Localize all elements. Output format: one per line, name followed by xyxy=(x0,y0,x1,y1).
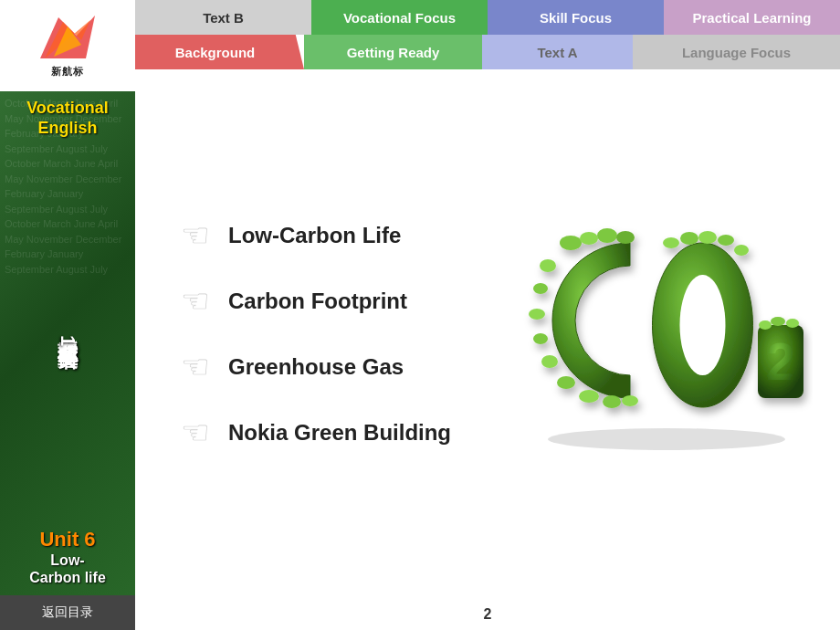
unit-number: Unit 6 xyxy=(29,528,106,551)
svg-point-7 xyxy=(540,259,556,272)
unit-box: Unit 6 Low- Carbon life xyxy=(29,528,106,591)
logo-icon xyxy=(36,13,100,63)
vocational-english-label: Vocational English xyxy=(26,99,109,138)
svg-point-15 xyxy=(622,395,638,406)
svg-point-12 xyxy=(557,376,575,389)
unit-title: Low- Carbon life xyxy=(29,551,106,586)
logo-text-zh: 新航标 xyxy=(51,65,84,79)
svg-point-23 xyxy=(759,320,772,330)
bottom-nav: Background Getting Ready Text A Language… xyxy=(135,35,840,69)
tab-language-focus[interactable]: Language Focus xyxy=(633,35,840,69)
tab-getting-ready[interactable]: Getting Ready xyxy=(304,35,482,69)
svg-point-25 xyxy=(786,319,799,328)
topic-label-3: Greenhouse Gas xyxy=(228,354,404,380)
page-number: 2 xyxy=(135,599,840,630)
finger-icon-2: ☞ xyxy=(181,282,210,320)
svg-point-3 xyxy=(560,236,582,250)
tab-background[interactable]: Background xyxy=(135,35,304,69)
svg-point-13 xyxy=(579,390,599,403)
svg-point-24 xyxy=(771,317,785,326)
svg-point-19 xyxy=(718,235,734,246)
logo-area: 新航标 xyxy=(0,0,135,91)
svg-point-6 xyxy=(616,231,635,244)
topic-label-2: Carbon Footprint xyxy=(228,289,407,314)
sidebar-chinese-text: 新航标职业英语1 xyxy=(55,322,81,348)
svg-point-9 xyxy=(529,309,545,320)
svg-point-17 xyxy=(680,232,698,245)
top-nav: Text B Vocational Focus Skill Focus Prac… xyxy=(135,0,840,35)
svg-point-20 xyxy=(734,245,749,256)
svg-point-26 xyxy=(548,428,785,450)
sidebar: October March June April May November De… xyxy=(0,0,135,630)
topic-label-4: Nokia Green Building xyxy=(228,420,451,446)
svg-point-4 xyxy=(580,232,598,245)
tab-vocational-focus[interactable]: Vocational Focus xyxy=(311,0,488,35)
tab-skill-focus[interactable]: Skill Focus xyxy=(488,0,664,35)
content-area: ☞ Low-Carbon Life ☞ Carbon Footprint ☞ G… xyxy=(135,69,840,599)
finger-icon-3: ☞ xyxy=(181,348,210,386)
svg-point-10 xyxy=(533,333,548,344)
tab-text-a[interactable]: Text A xyxy=(482,35,633,69)
svg-point-11 xyxy=(541,355,558,368)
svg-point-5 xyxy=(597,228,617,243)
svg-text:2: 2 xyxy=(766,331,795,391)
svg-point-16 xyxy=(663,237,679,248)
svg-point-8 xyxy=(533,283,548,294)
main-content: Text B Vocational Focus Skill Focus Prac… xyxy=(135,0,840,630)
finger-icon-4: ☞ xyxy=(181,414,210,452)
back-button[interactable]: 返回目录 xyxy=(0,595,135,630)
finger-icon-1: ☞ xyxy=(181,216,210,255)
tab-practical-learning[interactable]: Practical Learning xyxy=(664,0,840,35)
svg-point-14 xyxy=(603,395,621,408)
co2-visual: 2 xyxy=(520,206,813,462)
svg-point-18 xyxy=(698,231,717,244)
topic-label-1: Low-Carbon Life xyxy=(228,223,401,248)
tab-text-b[interactable]: Text B xyxy=(135,0,311,35)
